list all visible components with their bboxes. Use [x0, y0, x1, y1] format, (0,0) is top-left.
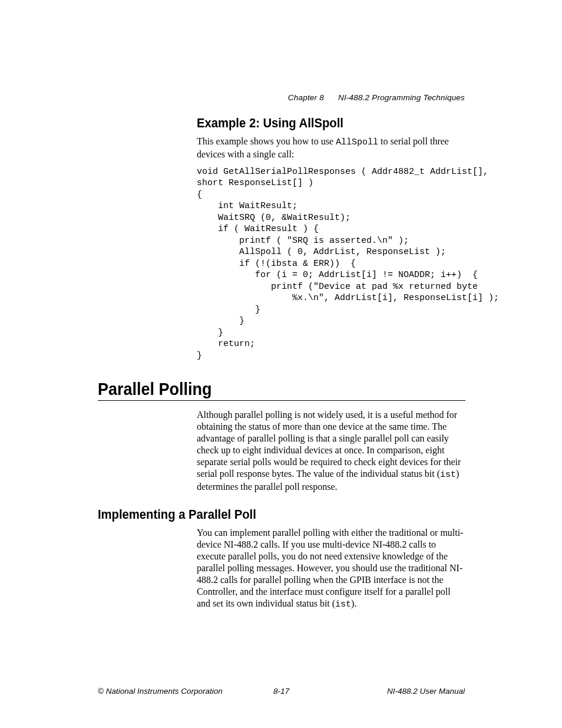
example2-intro: This example shows you how to use AllSpo… — [197, 136, 465, 160]
intro-code: AllSpoll — [336, 137, 378, 147]
page-content: Example 2: Using AllSpoll This example s… — [98, 116, 465, 617]
implementing-paragraph: You can implement parallel polling with … — [197, 527, 465, 611]
impl-code: ist — [335, 599, 351, 610]
intro-text-pre: This example shows you how to use — [197, 136, 336, 146]
impl-text-post: ). — [351, 598, 356, 608]
heading-rule — [98, 400, 465, 401]
pp-code: ist — [440, 470, 456, 480]
document-page: Chapter 8NI-488.2 Programming Techniques… — [0, 0, 562, 728]
example2-heading: Example 2: Using AllSpoll — [197, 116, 444, 131]
header-chapter: Chapter 8 — [288, 93, 324, 102]
parallel-polling-heading: Parallel Polling — [98, 379, 429, 399]
footer-manual-title: NI-488.2 User Manual — [387, 687, 465, 696]
header-title: NI-488.2 Programming Techniques — [338, 93, 465, 102]
impl-text-pre: You can implement parallel polling with … — [197, 528, 464, 608]
implementing-heading: Implementing a Parallel Poll — [98, 507, 436, 522]
running-header: Chapter 8NI-488.2 Programming Techniques — [288, 93, 465, 102]
example2-code-block: void GetAllSerialPollResponses ( Addr488… — [197, 166, 465, 362]
pp-text-pre: Although parallel polling is not widely … — [197, 410, 461, 479]
parallel-polling-paragraph: Although parallel polling is not widely … — [197, 409, 465, 493]
